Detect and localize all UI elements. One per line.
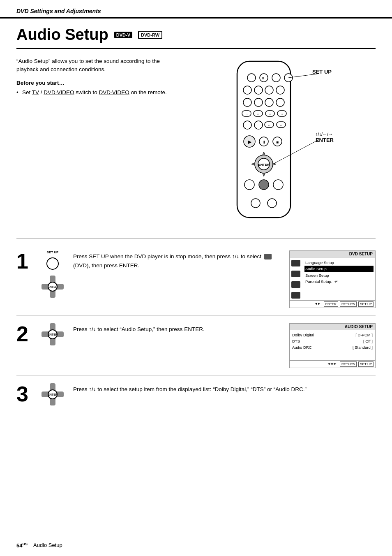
intro-right: 0 ↔ ↔ ↔ — [181, 57, 376, 234]
svg-point-6 — [243, 86, 251, 94]
svg-text:↔: ↔ — [245, 112, 248, 116]
svg-point-12 — [265, 98, 273, 107]
dvd-setup-body: Language Setup Audio Setup Screen Setup … — [290, 257, 375, 300]
menu-item-parental: Parental Setup: ↵ — [304, 278, 374, 285]
dts-value: [ Off ] — [363, 339, 373, 343]
step2-dpad: ENTER — [42, 323, 64, 345]
audio-row-drc: Audio DRC [ Standard ] — [292, 344, 373, 350]
title-section: Audio Setup DVD-V DVD-RW — [16, 19, 376, 49]
svg-text:↔: ↔ — [267, 123, 271, 127]
step-3-row: 3 ENTER Press ↑/↓ to select the setup it… — [16, 376, 376, 413]
step-2-text: Press ↑/↓ to select “Audio Setup,” then … — [73, 323, 281, 334]
svg-text:⏸: ⏸ — [262, 140, 266, 144]
svg-point-45 — [267, 199, 277, 208]
step3-dpad: ENTER — [42, 383, 64, 405]
drc-value: [ Standard ] — [353, 345, 373, 350]
intro-section: “Audio Setup” allows you to set the soun… — [16, 49, 376, 239]
audio-row-dts: DTS [ Off ] — [292, 338, 373, 344]
remote-svg: 0 ↔ ↔ ↔ — [225, 57, 303, 226]
svg-text:↔: ↔ — [280, 112, 284, 116]
svg-point-4 — [284, 74, 293, 82]
audio-nav-left: ◄◂▸► — [326, 361, 338, 367]
svg-text:↔: ↔ — [268, 112, 272, 116]
drc-label: Audio DRC — [292, 345, 312, 350]
svg-point-1 — [247, 74, 256, 82]
svg-point-7 — [254, 86, 263, 94]
dvd-icon — [264, 254, 272, 259]
before-start-label: Before you start… — [16, 80, 173, 86]
step-1-row: 1 SET UP ENTER Press SET UP when the DVD… — [16, 243, 376, 316]
dolby-value: [ D-PCM ] — [355, 333, 373, 337]
svg-point-22 — [243, 121, 251, 129]
setup-label: SET UP — [312, 69, 332, 75]
svg-point-42 — [259, 180, 269, 190]
step-3-number: 3 — [16, 383, 32, 405]
dolby-label: Dolby Digital — [292, 333, 314, 337]
svg-point-13 — [276, 98, 284, 107]
badge-dvdv: DVD-V — [114, 32, 132, 38]
svg-text:↔: ↔ — [256, 112, 260, 116]
arrows-enter-label: ↑/↓/←/→ ENTER — [316, 131, 334, 144]
step-1-number: 1 — [16, 250, 32, 272]
intro-text: “Audio Setup” allows you to set the soun… — [16, 57, 173, 74]
step-2-screen: AUDIO SETUP Dolby Digital [ D-PCM ] DTS … — [289, 323, 376, 368]
footer-label: Audio Setup — [33, 542, 62, 548]
icon2 — [291, 271, 300, 277]
svg-point-9 — [276, 86, 284, 94]
svg-point-41 — [244, 180, 254, 190]
audio-setup-body: Dolby Digital [ D-PCM ] DTS [ Off ] Audi… — [290, 330, 375, 360]
dvd-setup-title: DVD SETUP — [290, 251, 375, 257]
svg-point-44 — [251, 199, 260, 208]
audio-setup-title: AUDIO SETUP — [290, 324, 375, 330]
step1-dpad-center: ENTER — [48, 282, 58, 292]
icon1 — [291, 260, 300, 266]
arrows-label: ↑/↓/←/→ — [316, 131, 334, 137]
bullet-item: Set TV / DVD·VIDEO switch to DVD·VIDEO o… — [16, 88, 173, 97]
svg-text:▶: ▶ — [248, 139, 252, 145]
icon4 — [291, 292, 300, 299]
step-1-icons: SET UP ENTER — [40, 250, 65, 298]
step2-dpad-center: ENTER — [48, 329, 58, 339]
svg-point-43 — [273, 180, 283, 190]
menu-item-audio: Audio Setup — [304, 266, 374, 272]
step-2-icons: ENTER — [40, 323, 65, 345]
dts-label: DTS — [292, 339, 300, 343]
step3-dpad-center: ENTER — [48, 389, 58, 399]
tv-label: TV — [32, 89, 39, 95]
dvd-btn-return: RETURN — [340, 301, 357, 307]
page-header: DVD Settings and Adjustments — [0, 0, 392, 19]
badge-dvdrw: DVD-RW — [138, 31, 162, 39]
step-1-text: Press SET UP when the DVD player is in s… — [73, 250, 281, 270]
dvd-btn-enter: ENTER — [324, 301, 338, 307]
audio-btn-setup: SET UP — [358, 361, 374, 367]
dvd-nav-left: ◄► — [313, 301, 322, 307]
page-title: Audio Setup — [16, 26, 108, 44]
svg-text:0: 0 — [262, 76, 264, 80]
dvd-video-label2: DVD·VIDEO — [99, 89, 129, 95]
page-footer: 54US Audio Setup — [16, 542, 62, 549]
header-text: DVD Settings and Adjustments — [16, 8, 101, 14]
svg-point-8 — [265, 86, 273, 94]
screen-left-icons — [291, 259, 303, 299]
dvd-video-label: DVD·VIDEO — [44, 89, 74, 95]
dvd-btn-setup: SET UP — [358, 301, 374, 307]
page-number: 54US — [16, 542, 28, 549]
dvd-setup-screen: DVD SETUP Language Setup Audio Setup Scr… — [289, 250, 376, 308]
step-3-icons: ENTER — [40, 383, 65, 405]
audio-row-dolby: Dolby Digital [ D-PCM ] — [292, 332, 373, 338]
menu-item-language: Language Setup — [304, 259, 374, 266]
audio-btn-return: RETURN — [340, 361, 357, 367]
svg-point-23 — [254, 121, 263, 129]
step-2-number: 2 — [16, 323, 32, 345]
audio-setup-screen: AUDIO SETUP Dolby Digital [ D-PCM ] DTS … — [289, 323, 376, 368]
step1-setup-btn — [46, 257, 59, 270]
svg-text:■: ■ — [276, 140, 279, 144]
svg-point-3 — [272, 74, 280, 82]
svg-point-10 — [243, 98, 251, 107]
remote-illustration: 0 ↔ ↔ ↔ — [225, 57, 332, 234]
svg-point-11 — [254, 98, 263, 107]
menu-item-screen: Screen Setup — [304, 272, 374, 278]
icon3 — [291, 281, 300, 288]
enter-label: ENTER — [316, 137, 334, 144]
dvd-screen-bottom: ◄► ENTER RETURN SET UP — [290, 300, 375, 308]
